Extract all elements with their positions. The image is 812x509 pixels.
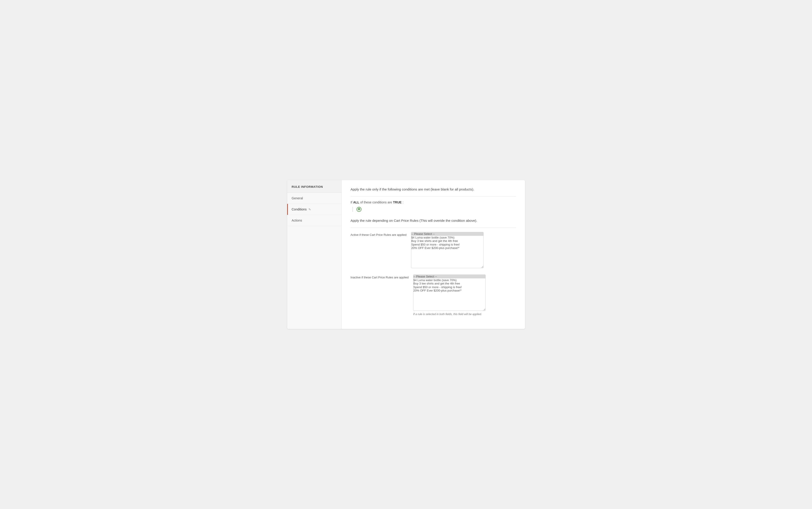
cart-rules-section: Apply the rule depending on Cart Price R…: [351, 218, 516, 316]
condition-middle: of these conditions are: [360, 201, 393, 204]
main-container: RULE INFORMATION General Conditions ✎ Ac…: [287, 180, 525, 329]
condition-all-label: ALL: [353, 201, 359, 204]
condition-if: If: [351, 201, 352, 204]
edit-icon: ✎: [309, 208, 311, 211]
condition-true-label: TRUE: [393, 201, 401, 204]
inactive-rules-select-wrapper: -- Please Select --$4 Luma water bottle …: [413, 275, 486, 316]
conditions-intro-text: Apply the rule only if the following con…: [351, 187, 516, 192]
inactive-rules-group: Inactive if these Cart Price Rules are a…: [351, 275, 516, 316]
condition-row: If ALL of these conditions are TRUE :: [351, 201, 516, 204]
sidebar-item-conditions[interactable]: Conditions ✎: [287, 204, 341, 215]
sidebar-header: RULE INFORMATION: [287, 180, 341, 193]
inactive-rules-label: Inactive if these Cart Price Rules are a…: [351, 275, 409, 279]
cart-rules-title: Apply the rule depending on Cart Price R…: [351, 218, 516, 223]
sidebar-item-general-label: General: [292, 196, 303, 200]
inactive-rules-select[interactable]: -- Please Select --$4 Luma water bottle …: [413, 275, 486, 311]
active-rules-select-wrapper: -- Please Select --$4 Luma water bottle …: [411, 232, 484, 268]
sidebar-item-actions-label: Actions: [292, 218, 302, 222]
sidebar-item-actions[interactable]: Actions: [287, 215, 341, 226]
active-rules-label: Active if these Cart Price Rules are app…: [351, 232, 407, 237]
active-rules-select[interactable]: -- Please Select --$4 Luma water bottle …: [411, 232, 484, 268]
sidebar-item-general[interactable]: General: [287, 193, 341, 204]
note-text: If a rule is selected in both fields, th…: [413, 313, 486, 316]
sidebar: RULE INFORMATION General Conditions ✎ Ac…: [287, 180, 342, 329]
content-area: Apply the rule only if the following con…: [342, 180, 525, 329]
add-condition-button[interactable]: ✚: [356, 207, 361, 212]
sidebar-item-conditions-label: Conditions: [292, 207, 307, 211]
condition-colon: :: [402, 201, 403, 204]
active-rules-group: Active if these Cart Price Rules are app…: [351, 232, 516, 268]
condition-indent: ✚: [352, 207, 516, 212]
divider-2: [351, 228, 516, 228]
